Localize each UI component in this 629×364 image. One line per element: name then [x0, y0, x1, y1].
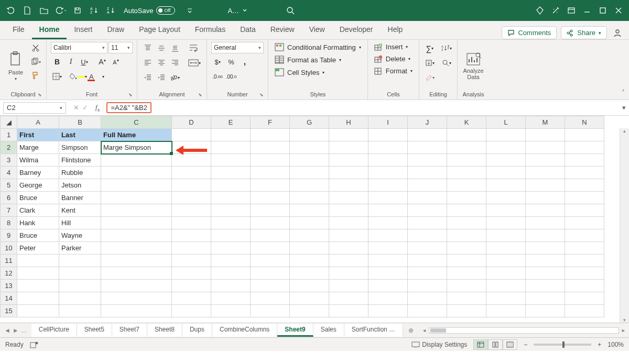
number-format-combo[interactable]: General▾ [211, 42, 264, 53]
fill-icon[interactable]: ▾ [424, 57, 436, 69]
cell-A5[interactable]: George [17, 179, 59, 192]
format-cells-button[interactable]: Format▾ [372, 66, 415, 76]
formula-input[interactable]: =A2&" "&B2 [103, 102, 619, 114]
cell-D11[interactable] [172, 255, 211, 267]
cell-E4[interactable] [211, 167, 251, 179]
italic-button[interactable]: I [64, 56, 77, 68]
sheet-tab-sheet5[interactable]: Sheet5 [77, 324, 112, 337]
cell-J6[interactable] [408, 192, 447, 204]
comma-format-icon[interactable]: , [238, 56, 251, 68]
cell-L1[interactable] [486, 129, 526, 141]
cell-B15[interactable] [59, 305, 101, 317]
dialog-launcher-icon[interactable]: ⬊ [259, 92, 264, 97]
cell-E7[interactable] [211, 204, 251, 217]
new-file-icon[interactable] [20, 3, 35, 18]
tab-view[interactable]: View [302, 21, 332, 39]
cell-L7[interactable] [486, 204, 526, 217]
tab-help[interactable]: Help [381, 21, 410, 39]
cell-B12[interactable] [59, 267, 101, 280]
align-bottom-icon[interactable] [169, 42, 181, 54]
cell-K3[interactable] [447, 154, 486, 167]
row-header-14[interactable]: 14 [1, 292, 17, 305]
row-header-4[interactable]: 4 [1, 167, 17, 179]
cell-L13[interactable] [486, 280, 526, 292]
row-header-12[interactable]: 12 [1, 267, 17, 280]
page-layout-view-icon[interactable] [488, 339, 503, 350]
cell-H10[interactable] [329, 242, 368, 255]
align-center-icon[interactable] [155, 57, 168, 69]
redo-dropdown-icon[interactable] [53, 3, 68, 18]
tab-review[interactable]: Review [263, 21, 302, 39]
autosave-toggle[interactable]: AutoSave Off [124, 6, 175, 15]
sheet-tab-sortfunction-[interactable]: SortFunction … [344, 324, 403, 337]
cell-J7[interactable] [408, 204, 447, 217]
tab-file[interactable]: File [5, 21, 32, 39]
cell-I3[interactable] [368, 154, 408, 167]
col-header-A[interactable]: A [17, 116, 59, 129]
diamond-icon[interactable] [533, 3, 547, 18]
format-painter-icon[interactable] [29, 69, 42, 82]
orientation-icon[interactable]: ab▾ [169, 71, 181, 84]
cell-N6[interactable] [565, 192, 604, 204]
bold-button[interactable]: B [51, 56, 63, 68]
sheet-tab-sheet7[interactable]: Sheet7 [112, 324, 147, 337]
cell-F14[interactable] [251, 292, 290, 305]
cell-D10[interactable] [172, 242, 211, 255]
cell-J13[interactable] [408, 280, 447, 292]
cell-A8[interactable]: Hank [17, 217, 59, 229]
cell-B13[interactable] [59, 280, 101, 292]
cell-H9[interactable] [329, 229, 368, 242]
cell-N4[interactable] [565, 167, 604, 179]
undo-icon[interactable] [3, 3, 18, 18]
font-color-icon[interactable]: A▾ [89, 70, 105, 83]
share-button[interactable]: Share▾ [561, 26, 607, 39]
cell-F10[interactable] [251, 242, 290, 255]
cell-M12[interactable] [526, 267, 565, 280]
expand-formula-bar-icon[interactable]: ▾ [619, 104, 629, 112]
cut-icon[interactable] [29, 42, 42, 54]
find-select-icon[interactable]: ▾ [440, 57, 453, 69]
cell-E6[interactable] [211, 192, 251, 204]
cell-K9[interactable] [447, 229, 486, 242]
tab-data[interactable]: Data [233, 21, 263, 39]
col-header-N[interactable]: N [565, 116, 604, 129]
cell-J9[interactable] [408, 229, 447, 242]
display-settings-button[interactable]: Display Settings [411, 341, 467, 348]
cell-F9[interactable] [251, 229, 290, 242]
align-middle-icon[interactable] [155, 42, 168, 54]
cell-M1[interactable] [526, 129, 565, 141]
cell-A6[interactable]: Bruce [17, 192, 59, 204]
cell-M10[interactable] [526, 242, 565, 255]
cell-A3[interactable]: Wilma [17, 154, 59, 167]
minimize-icon[interactable] [580, 3, 594, 18]
font-name-combo[interactable]: Calibri▾ [51, 42, 107, 53]
sheet-nav-more-icon[interactable]: … [21, 327, 27, 334]
collapse-ribbon-icon[interactable]: ˄ [622, 89, 625, 96]
col-header-M[interactable]: M [526, 116, 565, 129]
analyze-data-button[interactable]: Analyze Data [462, 42, 485, 90]
fx-icon[interactable]: fx [92, 103, 103, 113]
cell-I9[interactable] [368, 229, 408, 242]
cell-C4[interactable] [101, 167, 172, 179]
col-header-H[interactable]: H [329, 116, 368, 129]
row-header-11[interactable]: 11 [1, 255, 17, 267]
cell-A13[interactable] [17, 280, 59, 292]
percent-format-icon[interactable]: % [225, 56, 237, 68]
cell-A1[interactable]: First [17, 129, 59, 141]
cell-F3[interactable] [251, 154, 290, 167]
cell-B11[interactable] [59, 255, 101, 267]
cell-L3[interactable] [486, 154, 526, 167]
cell-K8[interactable] [447, 217, 486, 229]
cell-H13[interactable] [329, 280, 368, 292]
cell-N9[interactable] [565, 229, 604, 242]
row-header-6[interactable]: 6 [1, 192, 17, 204]
cell-D4[interactable] [172, 167, 211, 179]
col-header-I[interactable]: I [368, 116, 408, 129]
ribbon-display-icon[interactable] [564, 3, 579, 18]
cell-E11[interactable] [211, 255, 251, 267]
open-icon[interactable] [37, 3, 51, 18]
cell-I8[interactable] [368, 217, 408, 229]
zoom-level[interactable]: 100% [608, 341, 624, 348]
decrease-decimal-icon[interactable]: .00.0 [225, 70, 237, 83]
cell-I4[interactable] [368, 167, 408, 179]
